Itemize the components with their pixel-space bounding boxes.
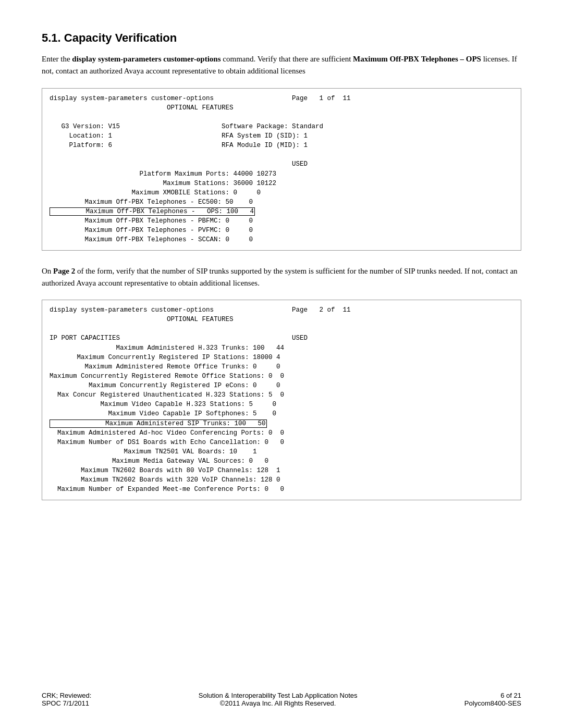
code-line: display system-parameters customer-optio…	[50, 95, 351, 206]
page2-bold: Page 2	[53, 267, 75, 275]
footer-left: CRK; Reviewed: SPOC 7/1/2011	[42, 692, 91, 707]
footer-center: Solution & Interoperability Test Lab App…	[199, 692, 358, 707]
footer-right-line2: Polycom8400-SES	[464, 699, 521, 707]
footer: CRK; Reviewed: SPOC 7/1/2011 Solution & …	[42, 692, 521, 707]
footer-right: 6 of 21 Polycom8400-SES	[464, 692, 521, 707]
footer-center-line2: ©2011 Avaya Inc. All Rights Reserved.	[220, 699, 336, 707]
code-line-highlighted: Maximum Off-PBX Telephones - OPS: 100 4	[50, 207, 513, 216]
intro-bold2: Maximum Off-PBX Telephones – OPS	[353, 55, 481, 63]
code-block-1: display system-parameters customer-optio…	[42, 88, 521, 251]
intro-paragraph: Enter the display system-parameters cust…	[42, 53, 521, 78]
footer-left-line1: CRK; Reviewed:	[42, 692, 91, 699]
code-line: Maximum Off-PBX Telephones - PBFMC: 0 0 …	[50, 217, 253, 243]
code-line-sip-highlighted: Maximum Administered SIP Trunks: 100 50	[50, 419, 513, 428]
code-line: Maximum Administered Ad-hoc Video Confer…	[50, 429, 284, 493]
intro-bold: display system-parameters customer-optio…	[72, 55, 221, 63]
footer-left-line2: SPOC 7/1/2011	[42, 699, 91, 707]
code-line: display system-parameters customer-optio…	[50, 306, 351, 417]
body-paragraph: On Page 2 of the form, verify that the n…	[42, 265, 521, 290]
section-title: 5.1. Capacity Verification	[42, 31, 521, 45]
code-block-2: display system-parameters customer-optio…	[42, 300, 521, 500]
footer-center-line1: Solution & Interoperability Test Lab App…	[199, 692, 358, 699]
footer-right-line1: 6 of 21	[464, 692, 521, 699]
